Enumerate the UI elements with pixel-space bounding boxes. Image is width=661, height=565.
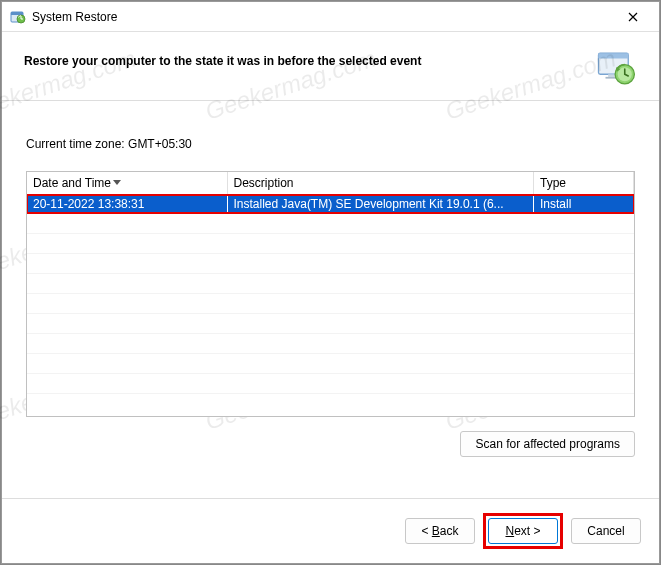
sort-desc-icon <box>113 175 121 189</box>
dialog-body: Geekermag.com Geekermag.com Geekermag.co… <box>2 101 659 498</box>
header-title: Restore your computer to the state it wa… <box>24 54 595 68</box>
next-button[interactable]: Next > <box>488 518 558 544</box>
empty-row <box>27 293 634 313</box>
empty-row <box>27 373 634 393</box>
cell-date: 20-11-2022 13:38:31 <box>27 195 227 214</box>
svg-rect-4 <box>599 53 629 58</box>
back-button[interactable]: < Back <box>405 518 475 544</box>
titlebar: System Restore <box>2 2 659 32</box>
scan-affected-button[interactable]: Scan for affected programs <box>460 431 635 457</box>
column-type[interactable]: Type <box>534 172 634 195</box>
empty-row <box>27 253 634 273</box>
restore-point-row[interactable]: 20-11-2022 13:38:31 Installed Java(TM) S… <box>27 195 634 214</box>
dialog-header: Restore your computer to the state it wa… <box>2 32 659 101</box>
cancel-button[interactable]: Cancel <box>571 518 641 544</box>
window-title: System Restore <box>32 10 613 24</box>
empty-row <box>27 233 634 253</box>
empty-row <box>27 313 634 333</box>
restore-points-table[interactable]: Date and Time Description Type 20-11-202… <box>26 171 635 417</box>
system-restore-window: System Restore Restore your computer to … <box>1 1 660 564</box>
close-button[interactable] <box>613 3 653 31</box>
column-date-time[interactable]: Date and Time <box>27 172 227 195</box>
empty-row <box>27 333 634 353</box>
monitor-clock-icon <box>595 48 637 90</box>
scan-row: Scan for affected programs <box>26 431 635 457</box>
restore-icon <box>10 9 26 25</box>
cell-description: Installed Java(TM) SE Development Kit 19… <box>227 195 534 214</box>
next-highlight: Next > <box>483 513 563 549</box>
column-description[interactable]: Description <box>227 172 534 195</box>
timezone-label: Current time zone: GMT+05:30 <box>26 137 635 151</box>
cell-type: Install <box>534 195 634 214</box>
dialog-footer: < Back Next > Cancel <box>2 498 659 563</box>
table-header-row: Date and Time Description Type <box>27 172 634 195</box>
empty-row <box>27 353 634 373</box>
empty-row <box>27 273 634 293</box>
svg-rect-1 <box>11 12 23 15</box>
empty-row <box>27 213 634 233</box>
